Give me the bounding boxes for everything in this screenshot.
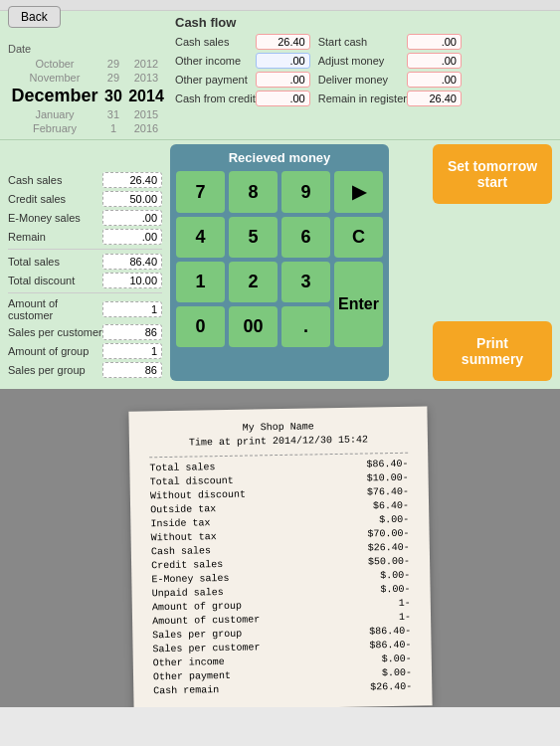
middle-section: Cash sales26.40Credit sales50.00E-Money … (0, 139, 560, 389)
date-month: January (8, 107, 101, 121)
sales-row: Remain.00 (8, 229, 162, 245)
receipt-row-value: $70.00- (367, 526, 409, 541)
sales-row: Sales per customer86 (8, 324, 162, 340)
sales-separator (8, 249, 162, 250)
receipt-row-label: Total sales (149, 461, 215, 475)
sales-label: Sales per group (8, 364, 102, 376)
set-tomorrow-button[interactable]: Set tomorrow start (433, 144, 552, 204)
date-row[interactable]: January312015 (8, 107, 167, 121)
numpad-btn-00[interactable]: 00 (229, 306, 278, 347)
receipt-row-label: Without discount (149, 487, 245, 503)
sales-label: Credit sales (8, 193, 102, 205)
numpad-btn-5[interactable]: 5 (229, 217, 278, 258)
sales-row: Credit sales50.00 (8, 191, 162, 207)
numpad-btn-[interactable]: . (281, 306, 330, 347)
date-month: October (8, 57, 101, 71)
date-table: October292012November292013December30201… (8, 57, 167, 135)
numpad-btn-4[interactable]: 4 (176, 217, 225, 258)
numpad-btn-C[interactable]: C (334, 217, 383, 258)
receipt-row-label: Credit sales (150, 558, 222, 573)
receipt-row-label: Sales per group (152, 627, 242, 643)
numpad-title: Recieved money (176, 150, 383, 165)
receipt-row-label: Cash remain (153, 683, 219, 698)
cf-right-row: Deliver money.00 (318, 72, 462, 88)
date-day: 30 (101, 85, 125, 107)
numpad-btn-1[interactable]: 1 (176, 262, 225, 302)
date-row[interactable]: October292012 (8, 57, 167, 71)
receipt-row-label: Unpaid sales (151, 586, 223, 601)
main-top: Date October292012November292013December… (0, 11, 560, 139)
date-month: November (8, 71, 101, 85)
numpad-btn-0[interactable]: 0 (176, 306, 225, 347)
receipt-row-label: Amount of customer (151, 613, 259, 629)
cf-right-row: Remain in register26.40 (318, 91, 462, 106)
receipt-row-label: Total discount (149, 473, 233, 488)
numpad-btn-Enter[interactable]: Enter (334, 262, 383, 347)
cf-row: Cash sales26.40 (175, 34, 310, 50)
date-row[interactable]: November292013 (8, 71, 167, 85)
receipt-row-label: E-Money sales (151, 571, 229, 586)
receipt-row-label: Sales per customer (152, 641, 260, 656)
receipt-divider-top (149, 452, 408, 458)
cf-left: Cash sales26.40Other income.00Other paym… (175, 34, 310, 109)
receipt-rows: Total sales$86.40-Total discount$10.00-W… (149, 457, 412, 698)
date-year: 2015 (125, 107, 167, 121)
cf-right-row: Adjust money.00 (318, 53, 462, 69)
receipt-row-value: $76.40- (366, 484, 408, 499)
receipt-row-label: Other payment (152, 668, 230, 683)
receipt-row-value: $6.40- (372, 498, 408, 513)
date-row[interactable]: December302014 (8, 85, 167, 107)
cf-block: Cash sales26.40Other income.00Other paym… (175, 34, 552, 109)
numpad-btn-7[interactable]: 7 (176, 171, 225, 213)
sales-label: Total sales (8, 256, 102, 268)
cf-row: Other income.00 (175, 53, 310, 69)
receipt-row-value: 1- (398, 596, 410, 610)
date-label: Date (8, 43, 167, 55)
sales-value: 26.40 (102, 172, 162, 188)
sales-row: Amount of customer1 (8, 297, 162, 321)
sales-value: .00 (102, 229, 162, 245)
sales-value: 1 (102, 301, 162, 317)
receipt-row-label: Without tax (150, 530, 216, 545)
cf-value: 26.40 (256, 34, 310, 50)
sales-label: Cash sales (8, 174, 102, 186)
sales-label: Remain (8, 231, 102, 243)
receipt-row-value: $86.40- (366, 457, 408, 471)
cf-right-label: Adjust money (318, 55, 407, 67)
numpad-btn-9[interactable]: 9 (281, 171, 330, 213)
receipt-row-value: $.00- (381, 652, 411, 666)
receipt-row-value: $.00- (381, 665, 411, 680)
receipt-row-value: $.00- (380, 582, 410, 597)
sales-value: .00 (102, 210, 162, 226)
cf-right-value: 26.40 (407, 91, 462, 106)
cf-label: Cash from credit (175, 93, 256, 104)
sales-value: 10.00 (102, 273, 162, 288)
sales-row: Amount of group1 (8, 343, 162, 359)
back-button[interactable]: Back (8, 6, 61, 28)
cf-label: Other income (175, 55, 256, 67)
sales-summary: Cash sales26.40Credit sales50.00E-Money … (8, 172, 162, 381)
cf-label: Other payment (175, 74, 256, 86)
print-summary-button[interactable]: Print summery (433, 321, 552, 381)
receipt-section: My Shop Name Time at print 2014/12/30 15… (0, 389, 560, 707)
sales-value: 1 (102, 343, 162, 359)
cf-right-label: Remain in register (318, 93, 407, 104)
date-year: 2013 (125, 71, 167, 85)
numpad-btn-3[interactable]: 3 (281, 262, 330, 302)
receipt-row-value: $86.40- (369, 624, 411, 639)
receipt-row-value: $.00- (380, 568, 410, 583)
header-bar: Back (0, 0, 560, 11)
numpad-btn-2[interactable]: 2 (229, 262, 278, 302)
cf-row: Cash from credit.00 (175, 91, 310, 106)
cf-right: Start cash.00Adjust money.00Deliver mone… (318, 34, 462, 109)
sales-row: Total discount10.00 (8, 273, 162, 288)
numpad-btn-[interactable]: ▶ (334, 171, 383, 213)
receipt-row-value: $26.40- (370, 679, 412, 694)
action-buttons: Set tomorrow start Print summery (397, 144, 552, 381)
numpad-btn-6[interactable]: 6 (281, 217, 330, 258)
date-month: February (8, 121, 101, 135)
date-year: 2016 (125, 121, 167, 135)
numpad-btn-8[interactable]: 8 (229, 171, 278, 213)
receipt-row-label: Outside tax (150, 502, 216, 517)
date-row[interactable]: February12016 (8, 121, 167, 135)
